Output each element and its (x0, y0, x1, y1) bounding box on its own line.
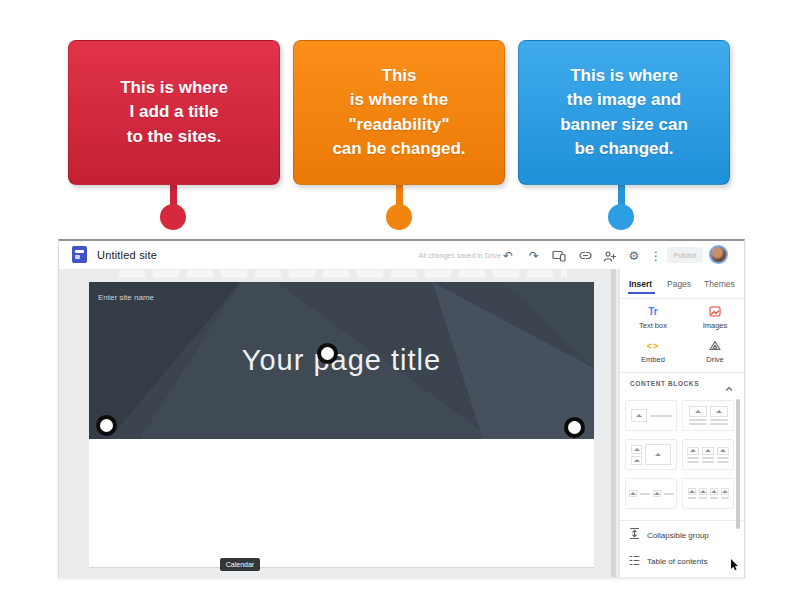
drive-icon (684, 339, 744, 352)
google-sites-screenshot: Untitled site All changes saved in Drive… (58, 239, 745, 577)
callout-pointer-dot (386, 204, 412, 230)
calendar-tooltip: Calendar (220, 558, 260, 571)
content-block-image-grid[interactable] (625, 439, 677, 470)
content-block-four-images[interactable] (682, 478, 734, 509)
text-box-icon: Tr (622, 305, 684, 318)
sidebar-scrollbar[interactable] (736, 399, 740, 529)
more-vert-icon[interactable]: ⋮ (648, 248, 664, 264)
callout-label-banner-text: This is where the image and banner size … (560, 64, 688, 161)
callout-label-title-text: This is where I add a title to the sites… (120, 76, 228, 148)
google-sites-logo-icon (72, 246, 87, 263)
callout-label-banner[interactable]: This is where the image and banner size … (518, 40, 730, 185)
content-block-image-with-text[interactable] (625, 400, 677, 431)
callout-label-readability-text: This is where the "readability" can be c… (332, 64, 465, 161)
callout-label-readability[interactable]: This is where the "readability" can be c… (293, 40, 505, 185)
editor-workspace: Enter site name Your page title Calendar… (59, 269, 744, 577)
save-status-text: All changes saved in Drive (415, 252, 501, 259)
table-of-contents-icon (629, 552, 640, 570)
drop-target-banner-right[interactable] (564, 417, 585, 438)
insert-link-icon[interactable] (577, 248, 593, 264)
active-tab-underline (628, 292, 655, 294)
account-avatar[interactable] (709, 245, 728, 264)
editor-toolbar: Untitled site All changes saved in Drive… (59, 241, 744, 269)
mouse-cursor (730, 557, 739, 575)
callout-pointer-dot (608, 204, 634, 230)
collapsible-group-item[interactable]: Collapsible group (620, 525, 744, 545)
embed-icon: <> (622, 339, 684, 352)
banner-header: Enter site name Your page title (89, 282, 594, 439)
publish-button[interactable]: Publish (667, 247, 703, 263)
content-block-three-images[interactable] (682, 439, 734, 470)
labelled-diagram-activity: This is where I add a title to the sites… (0, 0, 800, 600)
canvas-scrollbar[interactable] (611, 269, 616, 577)
collapsible-group-icon (629, 526, 640, 544)
redo-icon[interactable]: ↷ (526, 248, 542, 264)
content-block-image-text-row[interactable] (625, 478, 677, 509)
tool-images[interactable]: Images (684, 305, 744, 330)
page-body-area (89, 439, 594, 568)
tool-drive[interactable]: Drive (684, 339, 744, 364)
tab-pages[interactable]: Pages (667, 279, 691, 289)
drop-target-page-title[interactable] (317, 343, 338, 364)
section-dash-strip (119, 270, 567, 277)
site-name-placeholder[interactable]: Enter site name (98, 293, 154, 302)
images-icon (684, 305, 744, 318)
drop-target-banner-left[interactable] (96, 415, 117, 436)
page-title-text[interactable]: Your page title (89, 344, 594, 377)
collapse-caret-icon[interactable] (725, 378, 733, 396)
content-block-two-images[interactable] (682, 400, 734, 431)
person-add-icon[interactable] (602, 248, 618, 264)
preview-icon[interactable] (551, 248, 567, 264)
callout-label-title[interactable]: This is where I add a title to the sites… (68, 40, 280, 185)
site-title: Untitled site (97, 249, 157, 261)
tab-themes[interactable]: Themes (704, 279, 735, 289)
tab-insert[interactable]: Insert (629, 279, 652, 289)
tool-embed[interactable]: <> Embed (622, 339, 684, 364)
undo-icon[interactable]: ↶ (500, 248, 516, 264)
callout-pointer-dot (160, 204, 186, 230)
table-of-contents-item[interactable]: Table of contents (620, 551, 744, 571)
content-blocks-header: CONTENT BLOCKS (630, 380, 699, 387)
insert-sidebar: Insert Pages Themes Tr Text box Images <… (619, 269, 744, 577)
tool-text-box[interactable]: Tr Text box (622, 305, 684, 330)
settings-gear-icon[interactable]: ⚙ (626, 248, 642, 264)
